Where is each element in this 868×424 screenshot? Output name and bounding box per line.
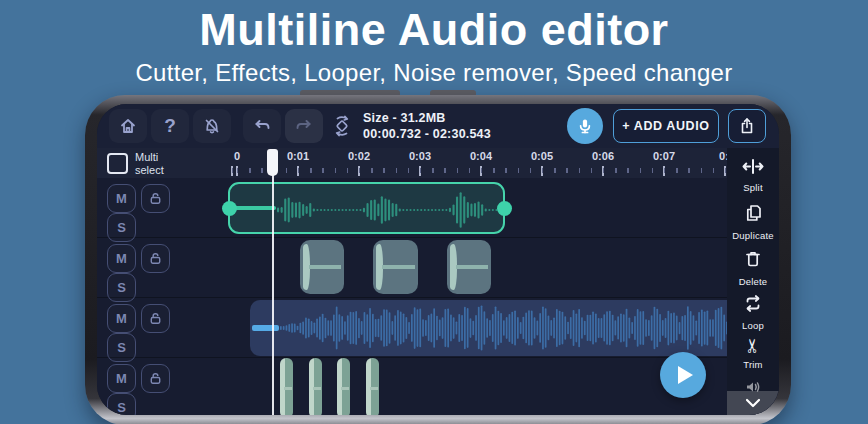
help-icon: ? (164, 115, 176, 137)
rotate-screen-button[interactable] (323, 109, 361, 143)
clip-left-trim-handle[interactable] (222, 201, 237, 216)
audio-clip-track4-4[interactable] (366, 358, 379, 415)
solo-label: S (117, 220, 126, 235)
clip-actions-panel: Split Duplicate Delete Loop ✂ Trim (727, 148, 779, 415)
help-button[interactable]: ? (151, 109, 189, 143)
audio-clip-track2-3[interactable] (447, 240, 491, 294)
duplicate-icon (743, 203, 763, 223)
export-button[interactable] (728, 109, 766, 143)
top-toolbar: ? Size - 31.2MB 00:00.732 - 02:30.543 (97, 104, 779, 149)
audio-clip-track1-selected[interactable] (228, 182, 505, 234)
notifications-off-icon (202, 116, 222, 136)
add-audio-button[interactable]: + ADD AUDIO (613, 109, 719, 143)
track1-mute-button[interactable]: M (107, 184, 136, 213)
clip-lead-line (252, 325, 279, 330)
microphone-icon (576, 117, 594, 135)
trim-icon: ✂ (743, 338, 763, 354)
track-separator (97, 297, 779, 298)
track2-mute-button[interactable]: M (107, 244, 136, 273)
track1-solo-button[interactable]: S (107, 213, 136, 242)
rotate-screen-icon (331, 115, 353, 137)
project-size-label: Size - 31.2MB (363, 110, 491, 126)
track1-lock-button[interactable] (141, 184, 170, 213)
clip-right-trim-handle[interactable] (497, 201, 512, 216)
clip-centerline (313, 387, 321, 390)
track4-mute-button[interactable]: M (107, 364, 136, 393)
audio-clip-track4-3[interactable] (337, 358, 350, 415)
lock-icon (148, 251, 163, 266)
playhead[interactable] (267, 149, 278, 176)
trim-button[interactable]: ✂ Trim (727, 336, 779, 370)
app-screen: ? Size - 31.2MB 00:00.732 - 02:30.543 (97, 104, 779, 415)
notifications-off-button[interactable] (193, 109, 231, 143)
multi-select-label: Multi select (135, 151, 179, 176)
project-info: Size - 31.2MB 00:00.732 - 02:30.543 (363, 110, 491, 142)
project-time-range: 00:00.732 - 02:30.543 (363, 126, 491, 142)
redo-button[interactable] (285, 109, 323, 143)
home-icon (118, 116, 138, 136)
audio-clip-track4-2[interactable] (309, 358, 322, 415)
track2-lock-button[interactable] (141, 244, 170, 273)
multi-select-checkbox[interactable] (107, 153, 128, 174)
ruler-label-7: 0:07 (653, 150, 675, 162)
ruler-minor-ticks (225, 168, 779, 173)
ruler-label-2: 0:02 (348, 150, 370, 162)
track-separator (97, 237, 779, 238)
waveform-track3 (280, 303, 740, 353)
track4-lock-button[interactable] (141, 364, 170, 393)
chevron-down-icon (744, 398, 762, 408)
record-button[interactable] (567, 108, 603, 144)
clip-lead-line (233, 206, 276, 210)
hero-banner: Multiline Audio editor Cutter, Effects, … (0, 0, 868, 87)
mute-label: M (116, 371, 127, 386)
track3-mute-button[interactable]: M (107, 304, 136, 333)
audio-clip-track2-2[interactable] (373, 240, 418, 294)
loop-button[interactable]: Loop (727, 294, 779, 331)
timeline-ruler[interactable]: Multi select 0 0:01 0:02 0:03 0:04 0:05 … (97, 148, 779, 179)
clip-centerline (284, 387, 292, 390)
ruler-label-6: 0:06 (592, 150, 614, 162)
clip-centerline (456, 265, 488, 269)
ruler-label-3: 0:03 (409, 150, 431, 162)
clip-centerline (309, 265, 341, 269)
clip-centerline (382, 265, 415, 269)
track3-solo-button[interactable]: S (107, 333, 136, 362)
clip-centerline (370, 387, 378, 390)
clip-centerline (341, 387, 349, 390)
mute-label: M (116, 311, 127, 326)
ruler-label-1: 0:01 (287, 150, 309, 162)
page-subtitle: Cutter, Effects, Looper, Noise remover, … (0, 59, 868, 87)
undo-icon (251, 116, 273, 136)
track2-solo-button[interactable]: S (107, 273, 136, 302)
ruler-label-4: 0:04 (470, 150, 492, 162)
phone-frame: ? Size - 31.2MB 00:00.732 - 02:30.543 (85, 95, 791, 424)
play-icon (678, 366, 693, 384)
mute-label: M (116, 191, 127, 206)
audio-clip-track4-1[interactable] (280, 358, 293, 415)
undo-button[interactable] (243, 109, 281, 143)
split-button[interactable]: Split (727, 158, 779, 193)
trim-label: Trim (727, 359, 779, 370)
home-button[interactable] (109, 109, 147, 143)
waveform-track1 (277, 187, 499, 233)
solo-label: S (117, 340, 126, 355)
duplicate-label: Duplicate (727, 230, 779, 241)
audio-clip-track3[interactable] (250, 300, 745, 356)
panel-scroll-more[interactable] (727, 391, 779, 415)
split-label: Split (727, 182, 779, 193)
loop-label: Loop (727, 320, 779, 331)
redo-icon (293, 116, 315, 136)
add-audio-label: + ADD AUDIO (622, 119, 709, 133)
duplicate-button[interactable]: Duplicate (727, 203, 779, 241)
playhead-line (272, 150, 274, 415)
delete-button[interactable]: Delete (727, 249, 779, 287)
play-button[interactable] (660, 352, 706, 398)
split-icon (741, 158, 765, 175)
track3-lock-button[interactable] (141, 304, 170, 333)
lock-icon (148, 191, 163, 206)
audio-clip-track2-1[interactable] (300, 240, 344, 294)
delete-icon (743, 249, 763, 269)
track4-solo-button[interactable]: S (107, 393, 136, 415)
delete-label: Delete (727, 276, 779, 287)
solo-label: S (117, 400, 126, 415)
